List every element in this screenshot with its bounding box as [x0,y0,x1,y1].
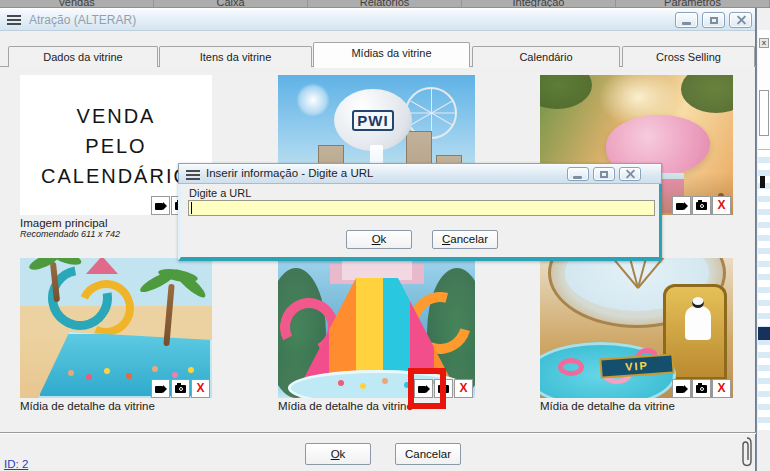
photo-media-button[interactable] [692,196,711,215]
media-caption-2: Mídia de detalhe da vitrine [278,400,413,412]
menu-item-vendas[interactable]: Vendas [0,0,154,8]
background-cell [759,90,769,136]
delete-x-icon: X [455,380,472,397]
dialog-ok-button[interactable]: Ok [346,230,412,249]
video-media-button[interactable] [672,196,691,215]
url-field-label: Digite a URL [189,187,251,199]
close-button[interactable] [729,12,752,28]
minimize-icon [573,176,582,179]
id-link[interactable]: ID: 2 [4,458,28,470]
delete-media-button[interactable]: X [712,196,731,215]
cancel-button[interactable]: Cancelar [395,443,461,465]
video-camera-icon [676,203,684,210]
video-camera-icon [676,386,684,393]
video-media-button[interactable] [151,196,170,215]
window-titlebar[interactable]: Atração (ALTERAR) [0,8,755,31]
ok-button[interactable]: Ok [305,443,371,465]
photo-media-button[interactable] [692,379,711,398]
detail-media-thumbnail-3: VIP X [540,258,733,398]
minimize-icon [682,22,691,25]
paperclip-icon [740,436,754,468]
url-input[interactable] [188,200,655,216]
tab-calendario[interactable]: Calendário [472,46,620,67]
delete-x-icon: X [192,380,209,397]
footer-divider [0,432,756,434]
screen: Vendas Caixa Relatórios Integração Parâm… [0,0,770,471]
dialog-maximize-button[interactable] [593,167,615,181]
maximize-icon [710,17,718,24]
background-window-strip: x [756,8,770,471]
menu-item-caixa[interactable]: Caixa [154,0,308,8]
close-icon[interactable]: x [759,38,769,48]
media-caption-1: Mídia de detalhe da vitrine [20,400,155,412]
dialog-menu-icon [186,170,200,180]
window-title: Atração (ALTERAR) [29,13,136,27]
grid-mark [760,176,765,188]
dialog-title: Inserir informação - Digite a URL [206,167,373,179]
app-menu-bar: Vendas Caixa Relatórios Integração Parâm… [0,0,770,8]
menu-item-parametros[interactable]: Parâmetros [616,0,770,8]
video-camera-icon [155,203,163,210]
delete-media-button[interactable]: X [191,379,210,398]
minimize-button[interactable] [675,12,698,28]
tab-bar: Dados da vitrine Itens da vitrine Mídias… [0,34,756,67]
text-caret [191,202,192,214]
background-grid-rows [758,150,770,430]
menu-item-relatorios[interactable]: Relatórios [308,0,462,8]
photo-media-button[interactable] [171,379,190,398]
pwi-logo: PWI [352,110,393,131]
window-menu-icon[interactable] [7,15,21,25]
delete-media-button[interactable]: X [454,379,473,398]
url-dialog: Inserir informação - Digite a URL Digite… [178,163,662,261]
delete-x-icon: X [713,380,730,397]
maximize-button[interactable] [702,12,725,28]
highlight-box [408,368,446,409]
tab-itens-da-vitrine[interactable]: Itens da vitrine [159,46,312,67]
dialog-close-button[interactable] [619,167,641,181]
main-image-caption: Imagem principal [20,217,108,229]
video-media-button[interactable] [672,379,691,398]
video-camera-icon [155,386,163,393]
dialog-minimize-button[interactable] [567,167,589,181]
selected-grid-row [758,327,770,340]
tab-midias-da-vitrine[interactable]: Mídias da vitrine [313,42,470,67]
recommended-size-note: Recomendado 611 x 742 [20,229,120,239]
delete-media-button[interactable]: X [712,379,731,398]
maximize-icon [600,171,608,178]
video-media-button[interactable] [151,379,170,398]
media-caption-3: Mídia de detalhe da vitrine [540,400,675,412]
dialog-cancel-button[interactable]: Cancelar [432,230,498,249]
tab-dados-da-vitrine[interactable]: Dados da vitrine [8,46,158,67]
detail-media-thumbnail-1: X [20,258,212,398]
menu-item-integracao[interactable]: Integração [462,0,616,8]
delete-x-icon: X [713,197,730,214]
tab-cross-selling[interactable]: Cross Selling [622,46,755,67]
dialog-titlebar[interactable]: Inserir informação - Digite a URL [178,163,662,184]
